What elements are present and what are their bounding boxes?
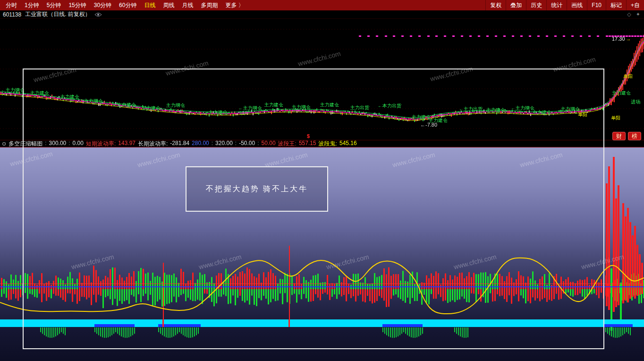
low-price-label: ←-7.80: [420, 122, 437, 128]
menu-item-日线[interactable]: 日线: [140, 0, 159, 10]
indicator-value: 短期波动率:: [86, 140, 116, 147]
menu-item-5分钟[interactable]: 5分钟: [43, 0, 65, 10]
side-buttons: 财 榜: [612, 132, 641, 140]
indicator-value: 300.00: [49, 140, 67, 147]
dollar-marker: $: [307, 133, 310, 139]
indicator-value: :: [68, 140, 70, 147]
price-arrow-icon: →: [626, 36, 631, 42]
kline-chart[interactable]: [0, 19, 644, 140]
indicator-value: 波段鬼:: [319, 140, 337, 147]
toolbar-button-标记[interactable]: 标记: [606, 0, 626, 10]
message-box: 不把握大趋势 骑不上大牛: [186, 166, 328, 212]
last-price-label: 17.30→: [612, 36, 631, 42]
indicator-value: 320.00: [215, 140, 233, 147]
toolbar-button-画线[interactable]: 画线: [567, 0, 587, 10]
menu-item-更多 〉[interactable]: 更多 〉: [221, 0, 247, 10]
indicator-value: :: [235, 140, 237, 147]
menu-item-周线[interactable]: 周线: [159, 0, 178, 10]
menu-item-30分钟[interactable]: 30分钟: [90, 0, 115, 10]
indicator-value: 多空庄缩幅图: [8, 140, 42, 147]
indicator-value: 545.16: [339, 140, 357, 147]
indicator-value: 波段王:: [278, 140, 297, 147]
indicator-value: 557.15: [299, 140, 316, 147]
indicator-value: :: [45, 140, 46, 147]
indicator-value: 50.00: [262, 140, 276, 147]
rank-button[interactable]: 榜: [628, 132, 641, 140]
toolbar-button-复权[interactable]: 复权: [485, 0, 506, 10]
indicator-value: 0.00: [73, 140, 84, 147]
finance-button[interactable]: 财: [612, 132, 626, 140]
toolbar-button-叠加[interactable]: 叠加: [506, 0, 526, 10]
indicator-value: :: [257, 140, 259, 147]
menu-item-多周期[interactable]: 多周期: [197, 0, 221, 10]
star-icon[interactable]: ✦: [636, 11, 640, 17]
menu-item-60分钟[interactable]: 60分钟: [115, 0, 140, 10]
indicator-values: 多空庄缩幅图:300.00:0.00短期波动率:143.97长期波动率:-281…: [8, 140, 356, 147]
indicator-value: -50.00: [239, 140, 255, 147]
eye-icon[interactable]: [94, 12, 102, 17]
period-menu: 分时1分钟5分钟15分钟30分钟60分钟日线周线月线多周期更多 〉: [0, 0, 248, 10]
indicator-value: -281.84: [170, 140, 189, 147]
indicator-collapse-icon[interactable]: ⊙: [2, 141, 6, 147]
toolbar-button-F10[interactable]: F10: [587, 0, 606, 10]
menubar: 分时1分钟5分钟15分钟30分钟60分钟日线周线月线多周期更多 〉 复权叠加历史…: [0, 0, 644, 10]
tools-menu: 复权叠加历史统计画线F10标记+自: [485, 0, 644, 10]
titlebar: 601138 工业富联（日线. 前复权） ◇ ✦: [0, 10, 644, 19]
toolbar-button-历史[interactable]: 历史: [526, 0, 546, 10]
menu-item-1分钟[interactable]: 1分钟: [21, 0, 43, 10]
menu-item-分时[interactable]: 分时: [2, 0, 21, 10]
indicator-value: 143.97: [118, 140, 136, 147]
menu-item-15分钟[interactable]: 15分钟: [65, 0, 90, 10]
toolbar-button-统计[interactable]: 统计: [546, 0, 567, 10]
indicator-value: 280.00: [192, 140, 209, 147]
indicator-value: 长期波动率:: [138, 140, 168, 147]
titlebar-icons: ◇ ✦: [627, 11, 640, 17]
last-price-value: 17.30: [612, 36, 625, 42]
stock-name: 工业富联（日线. 前复权）: [25, 10, 91, 18]
message-text: 不把握大趋势 骑不上大牛: [206, 184, 308, 194]
menu-item-月线[interactable]: 月线: [178, 0, 197, 10]
diamond-icon[interactable]: ◇: [627, 11, 631, 17]
indicator-row: ⊙ 多空庄缩幅图:300.00:0.00短期波动率:143.97长期波动率:-2…: [0, 140, 644, 147]
stock-code: 601138: [3, 11, 21, 18]
toolbar-button-+自[interactable]: +自: [626, 0, 644, 10]
indicator-value: :: [212, 140, 213, 147]
